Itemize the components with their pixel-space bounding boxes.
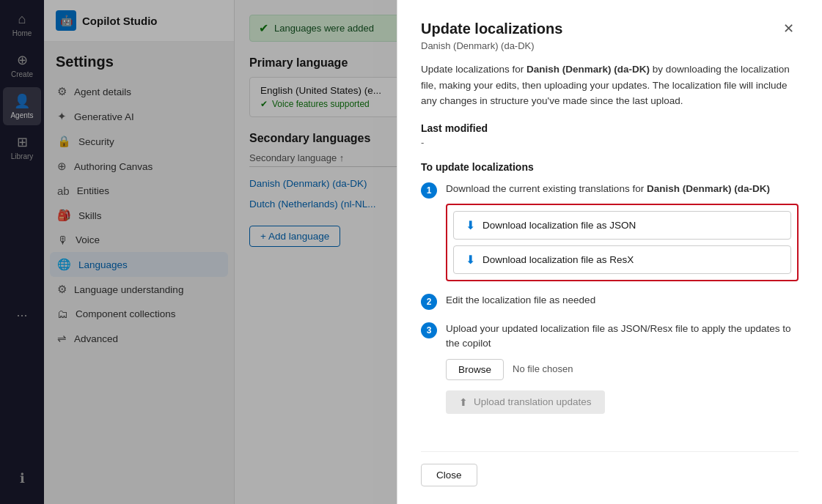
download-resx-icon: ⬇ [466,253,475,267]
close-icon-button[interactable]: ✕ [779,21,799,37]
download-json-icon: ⬇ [466,218,475,232]
step-1-content: Download the current existing translatio… [446,182,799,281]
step-1-number: 1 [421,182,437,199]
modal-panel: Update localizations ✕ Danish (Denmark) … [397,0,822,504]
step-2-number: 2 [421,294,437,310]
step-2-content: Edit the localization file as needed [446,293,799,310]
download-json-button[interactable]: ⬇ Download localization file as JSON [453,211,791,240]
step-3: 3 Upload your updated localization file … [421,322,799,414]
step-2: 2 Edit the localization file as needed [421,293,799,310]
modal-title: Update localizations [421,21,562,37]
modal-footer: Close [421,451,799,486]
upload-translation-button[interactable]: ⬆ Upload translation updates [446,390,605,414]
step-3-content: Upload your updated localization file as… [446,322,799,414]
modal-overlay: Update localizations ✕ Danish (Denmark) … [0,0,822,504]
upload-icon: ⬆ [459,396,468,408]
browse-section: Browse No file chosen [446,359,799,380]
download-buttons: ⬇ Download localization file as JSON ⬇ D… [446,204,799,281]
to-update-label: To update localizations [421,161,799,173]
modal-subtitle: Danish (Denmark) (da-DK) [421,40,799,51]
close-modal-button[interactable]: Close [421,464,477,486]
step-3-number: 3 [421,322,437,338]
download-resx-button[interactable]: ⬇ Download localization file as ResX [453,245,791,274]
step-1: 1 Download the current existing translat… [421,182,799,281]
modal-description: Update localizations for Danish (Denmark… [421,62,799,109]
browse-button[interactable]: Browse [446,359,504,380]
modal-header: Update localizations ✕ [421,21,799,37]
last-modified-label: Last modified [421,122,799,134]
last-modified-value: - [421,137,799,148]
no-file-label: No file chosen [513,362,573,377]
